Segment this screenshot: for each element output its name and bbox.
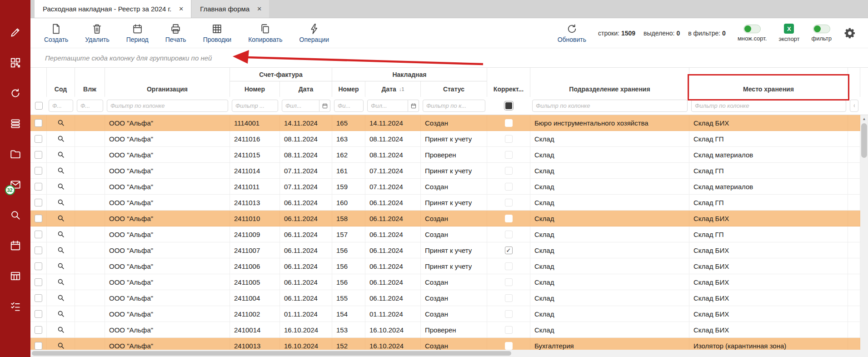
row-select-checkbox[interactable] [35,342,42,350]
select-all-checkbox[interactable] [35,102,43,110]
group-by-drop-zone[interactable]: Перетащите сюда колонку для группировки … [30,48,868,68]
vertical-scroll-thumb[interactable] [861,123,867,158]
magnifier-icon[interactable] [57,326,65,334]
postings-button[interactable]: Проводки [203,23,232,43]
tab-expense-invoice-registry[interactable]: Расходная накладная - Реестр за 2024 г. … [35,0,191,18]
scroll-up-icon[interactable]: ▲ [860,115,868,122]
magnifier-icon[interactable] [57,182,65,191]
group-header-waybill[interactable]: Накладная [332,68,487,81]
column-header-organization[interactable]: Организация [105,68,230,97]
table-row[interactable]: ООО "Альфа"241101508.11.202416208.11.202… [30,147,868,163]
correction-checkbox[interactable]: ✓ [505,246,513,254]
correction-checkbox[interactable] [505,310,513,318]
export-button[interactable]: X экспорт [778,24,799,42]
magnifier-icon[interactable] [57,310,65,318]
magnifier-icon[interactable] [57,198,65,206]
correction-filter-checkbox[interactable] [505,102,512,109]
magnifier-icon[interactable] [57,278,65,286]
multisort-toggle[interactable]: множ.сорт. [738,25,767,42]
correction-checkbox[interactable] [505,199,513,206]
table-row[interactable]: ООО "Альфа"241100906.11.202415706.11.202… [30,226,868,242]
filter-organization-input[interactable] [107,100,228,112]
row-select-checkbox[interactable] [35,262,42,270]
correction-checkbox[interactable] [505,167,513,175]
row-select-checkbox[interactable] [35,151,42,159]
copy-button[interactable]: Копировать [248,23,282,43]
correction-checkbox[interactable] [505,262,513,270]
filter-waybill-date-input[interactable] [367,100,408,112]
table-row[interactable]: ООО "Альфа"241101608.11.202416308.11.202… [30,131,868,147]
magnifier-icon[interactable] [57,214,65,222]
magnifier-icon[interactable] [57,166,65,175]
row-select-checkbox[interactable] [35,119,42,127]
column-header-correction[interactable]: Коррект... [487,68,530,97]
magnifier-icon[interactable] [57,135,65,143]
row-select-checkbox[interactable] [35,246,42,254]
magnifier-icon[interactable] [57,151,65,159]
column-header-waybill-number[interactable]: Номер [332,81,365,97]
filter-toggle[interactable]: фильтр [812,25,832,42]
calendar-icon[interactable] [319,100,330,112]
row-select-checkbox[interactable] [35,294,42,302]
column-header-location[interactable]: Место хранения [689,68,848,97]
magnifier-icon[interactable] [57,294,65,302]
filter-waybill-number-input[interactable] [334,100,364,112]
table-row[interactable]: ООО "Альфа"241101107.11.202415907.11.202… [30,179,868,195]
filter-content-input[interactable] [49,100,73,112]
table-row[interactable]: ООО "Альфа"111400114.11.202416514.11.202… [30,115,868,131]
calendar-icon[interactable] [408,100,419,112]
correction-checkbox[interactable] [505,342,513,350]
sync-icon[interactable] [10,87,21,99]
row-select-checkbox[interactable] [35,326,42,334]
table-row[interactable]: ООО "Альфа"241001416.10.202415316.10.202… [30,322,868,338]
filter-department-input[interactable] [532,100,688,112]
refresh-button[interactable]: Обновить [558,23,586,43]
table-row[interactable]: ООО "Альфа"241100606.11.202415606.11.202… [30,258,868,274]
row-select-checkbox[interactable] [35,231,42,238]
correction-checkbox[interactable] [505,119,513,127]
settings-button[interactable] [843,27,856,40]
column-header-waybill-date[interactable]: Дата ↓1 [365,81,421,97]
filter-status-input[interactable] [423,100,485,112]
column-header-invoice-number[interactable]: Номер [230,81,280,97]
magnifier-icon[interactable] [57,262,65,270]
row-select-checkbox[interactable] [35,167,42,175]
vertical-scrollbar[interactable]: ▲ [860,115,868,350]
qr-grid-icon[interactable] [10,57,21,69]
filter-attachment-input[interactable] [77,100,103,112]
close-icon[interactable]: ✕ [179,5,184,12]
folder-icon[interactable] [10,148,21,160]
correction-checkbox[interactable] [505,151,513,159]
magnifier-icon[interactable] [57,230,65,238]
row-select-checkbox[interactable] [35,215,42,222]
magnifier-icon[interactable] [57,246,65,254]
horizontal-scroll-thumb[interactable] [32,351,511,356]
checklist-icon[interactable] [10,301,21,312]
correction-checkbox[interactable] [505,231,513,238]
horizontal-scrollbar[interactable] [30,350,860,357]
filter-invoice-number-input[interactable] [232,100,278,112]
create-button[interactable]: Создать [44,23,68,43]
table-icon[interactable] [10,270,21,282]
table-row[interactable]: ООО "Альфа"241100201.11.202415401.11.202… [30,306,868,322]
row-select-checkbox[interactable] [35,183,42,191]
correction-checkbox[interactable] [505,326,513,334]
group-header-invoice[interactable]: Счет-фактура [230,68,332,81]
period-button[interactable]: Период [126,23,149,43]
row-select-checkbox[interactable] [35,278,42,286]
column-header-department[interactable]: Подразделение хранения [530,68,689,97]
magnifier-icon[interactable] [57,119,65,127]
column-header-content[interactable]: Сод [47,68,75,97]
correction-checkbox[interactable] [505,135,513,143]
column-header-status[interactable]: Статус [421,81,487,97]
search-icon[interactable] [10,209,21,221]
table-row[interactable]: ООО "Альфа"241100706.11.202415606.11.202… [30,242,868,258]
correction-checkbox[interactable] [505,294,513,302]
table-row[interactable]: ООО "Альфа"241100506.11.202415606.11.202… [30,274,868,290]
print-button[interactable]: Печать [165,23,186,43]
filter-invoice-date-input[interactable] [282,100,319,112]
table-row[interactable]: ООО "Альфа"241101306.11.202416006.11.202… [30,195,868,211]
close-icon[interactable]: ✕ [257,5,262,12]
row-select-checkbox[interactable] [35,135,42,143]
stack-icon[interactable] [10,118,21,130]
